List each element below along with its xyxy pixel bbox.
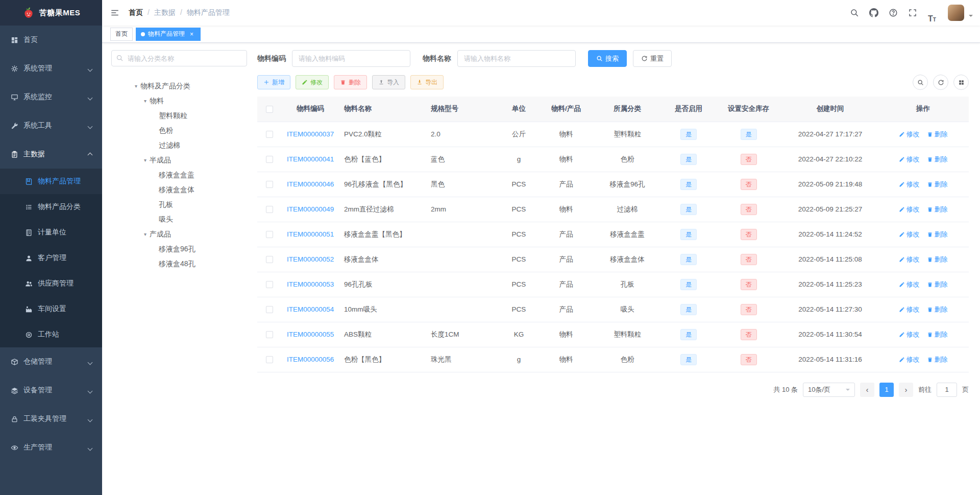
toggle-search-icon[interactable] — [913, 75, 928, 90]
tree-node[interactable]: 孔板 — [111, 197, 247, 212]
tree-node[interactable]: 吸头 — [111, 212, 247, 227]
font-size-icon[interactable]: TT — [923, 3, 941, 23]
row-checkbox[interactable] — [266, 356, 273, 363]
row-checkbox[interactable] — [266, 281, 273, 288]
sidebar-item-home[interactable]: 首页 — [0, 26, 102, 54]
material-code-link[interactable]: ITEM00000054 — [287, 305, 334, 313]
material-code-link[interactable]: ITEM00000056 — [287, 356, 334, 363]
breadcrumb-home[interactable]: 首页 — [129, 8, 154, 17]
delete-link[interactable]: 删除 — [927, 355, 948, 364]
sidebar-item-measure-unit[interactable]: 计量单位 — [0, 220, 102, 245]
edit-link[interactable]: 修改 — [899, 330, 920, 339]
edit-link[interactable]: 修改 — [899, 280, 920, 289]
row-checkbox[interactable] — [266, 131, 273, 138]
sidebar-item-warehouse-management[interactable]: 仓储管理 — [0, 347, 102, 376]
edit-link[interactable]: 修改 — [899, 130, 920, 139]
material-code-link[interactable]: ITEM00000046 — [287, 180, 334, 188]
tree-node[interactable]: 移液盒盒体 — [111, 182, 247, 197]
delete-link[interactable]: 删除 — [927, 130, 948, 139]
sidebar-item-workshop-settings[interactable]: 车间设置 — [0, 296, 102, 322]
columns-icon[interactable] — [953, 75, 969, 90]
tab-close-icon[interactable] — [188, 30, 195, 38]
sidebar-item-system-management[interactable]: 系统管理 — [0, 54, 102, 83]
hamburger-icon[interactable] — [102, 0, 128, 26]
name-filter-input[interactable] — [457, 50, 576, 67]
row-checkbox[interactable] — [266, 306, 273, 313]
tree-node[interactable]: ▾ 物料及产品分类 — [111, 79, 247, 93]
material-code-link[interactable]: ITEM00000055 — [287, 331, 334, 338]
sidebar-item-customer-management[interactable]: 客户管理 — [0, 245, 102, 271]
delete-link[interactable]: 删除 — [927, 155, 948, 164]
sidebar-item-material-product-management[interactable]: 物料产品管理 — [0, 169, 102, 194]
import-button[interactable]: 导入 — [372, 75, 405, 89]
search-button[interactable]: 搜索 — [588, 50, 627, 67]
sidebar-item-workstation[interactable]: 工作站 — [0, 322, 102, 347]
app-logo[interactable]: 苦糖果MES — [0, 0, 102, 26]
material-code-link[interactable]: ITEM00000037 — [287, 130, 334, 138]
delete-link[interactable]: 删除 — [927, 180, 948, 189]
delete-link[interactable]: 删除 — [927, 255, 948, 264]
sidebar-item-material-product-category[interactable]: 物料产品分类 — [0, 194, 102, 220]
delete-link[interactable]: 删除 — [927, 280, 948, 289]
avatar[interactable] — [948, 5, 964, 21]
material-code-link[interactable]: ITEM00000049 — [287, 205, 334, 213]
prev-page-button[interactable] — [860, 383, 874, 397]
category-search-input[interactable] — [111, 50, 247, 66]
sidebar-item-supplier-management[interactable]: 供应商管理 — [0, 271, 102, 296]
page-number-button[interactable]: 1 — [879, 383, 894, 397]
row-checkbox[interactable] — [266, 331, 273, 338]
tree-node[interactable]: 移液盒48孔 — [111, 256, 247, 271]
delete-button[interactable]: 删除 — [334, 75, 367, 89]
edit-link[interactable]: 修改 — [899, 255, 920, 264]
tree-node[interactable]: 色粉 — [111, 123, 247, 138]
edit-link[interactable]: 修改 — [899, 155, 920, 164]
edit-link[interactable]: 修改 — [899, 205, 920, 214]
row-checkbox[interactable] — [266, 256, 273, 263]
edit-button[interactable]: 修改 — [296, 75, 329, 89]
material-code-link[interactable]: ITEM00000053 — [287, 280, 334, 288]
sidebar-item-equipment-management[interactable]: 设备管理 — [0, 376, 102, 405]
row-checkbox[interactable] — [266, 231, 273, 238]
tree-node[interactable]: ▾ 物料 — [111, 93, 247, 108]
delete-link[interactable]: 删除 — [927, 305, 948, 314]
tab-material-product-management[interactable]: 物料产品管理 — [136, 28, 201, 41]
next-page-button[interactable] — [899, 383, 913, 397]
tree-node[interactable]: 移液盒盒盖 — [111, 168, 247, 182]
goto-page-input[interactable] — [937, 383, 957, 397]
delete-link[interactable]: 删除 — [927, 230, 948, 239]
sidebar-item-master-data[interactable]: 主数据 — [0, 140, 102, 169]
material-code-link[interactable]: ITEM00000051 — [287, 230, 334, 238]
tree-node[interactable]: ▾ 半成品 — [111, 153, 247, 168]
help-icon[interactable] — [885, 3, 902, 23]
row-checkbox[interactable] — [266, 206, 273, 213]
tree-node[interactable]: 过滤棉 — [111, 138, 247, 153]
page-size-select[interactable]: 10条/页 — [803, 383, 855, 397]
sidebar-item-system-tools[interactable]: 系统工具 — [0, 111, 102, 140]
edit-link[interactable]: 修改 — [899, 180, 920, 189]
tree-node[interactable]: ▾ 产成品 — [111, 227, 247, 242]
sidebar-item-tooling-fixture-management[interactable]: 工装夹具管理 — [0, 405, 102, 433]
chevron-down-icon[interactable] — [969, 15, 973, 19]
material-code-link[interactable]: ITEM00000041 — [287, 155, 334, 163]
breadcrumb-master-data[interactable]: 主数据 — [154, 8, 187, 17]
export-button[interactable]: 导出 — [410, 75, 444, 89]
delete-link[interactable]: 删除 — [927, 205, 948, 214]
edit-link[interactable]: 修改 — [899, 230, 920, 239]
fullscreen-icon[interactable] — [904, 3, 921, 23]
refresh-icon[interactable] — [933, 75, 948, 90]
material-code-link[interactable]: ITEM00000052 — [287, 255, 334, 263]
select-all-checkbox[interactable] — [266, 106, 273, 113]
delete-link[interactable]: 删除 — [927, 330, 948, 339]
tree-node[interactable]: 塑料颗粒 — [111, 108, 247, 123]
row-checkbox[interactable] — [266, 181, 273, 188]
sidebar-item-production-management[interactable]: 生产管理 — [0, 433, 102, 462]
sidebar-item-system-monitor[interactable]: 系统监控 — [0, 83, 102, 111]
github-icon[interactable] — [865, 3, 883, 23]
edit-link[interactable]: 修改 — [899, 305, 920, 314]
reset-button[interactable]: 重置 — [633, 50, 672, 67]
code-filter-input[interactable] — [292, 50, 410, 67]
tree-node[interactable]: 移液盒96孔 — [111, 242, 247, 256]
tab-home[interactable]: 首页 — [110, 28, 133, 41]
row-checkbox[interactable] — [266, 156, 273, 163]
edit-link[interactable]: 修改 — [899, 355, 920, 364]
